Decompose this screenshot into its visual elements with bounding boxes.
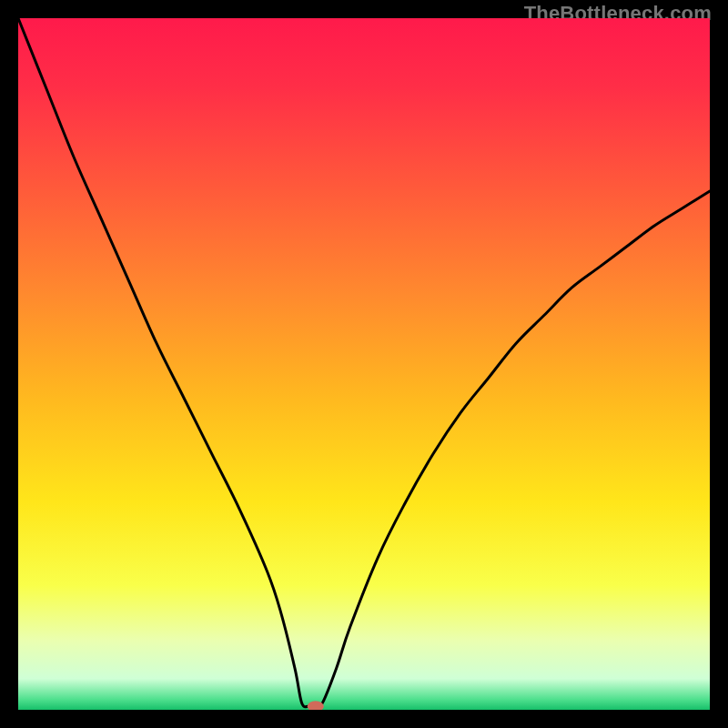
- plot-area: [18, 18, 710, 710]
- chart-frame: TheBottleneck.com: [0, 0, 728, 728]
- chart-background: [18, 18, 710, 710]
- chart-svg: [18, 18, 710, 710]
